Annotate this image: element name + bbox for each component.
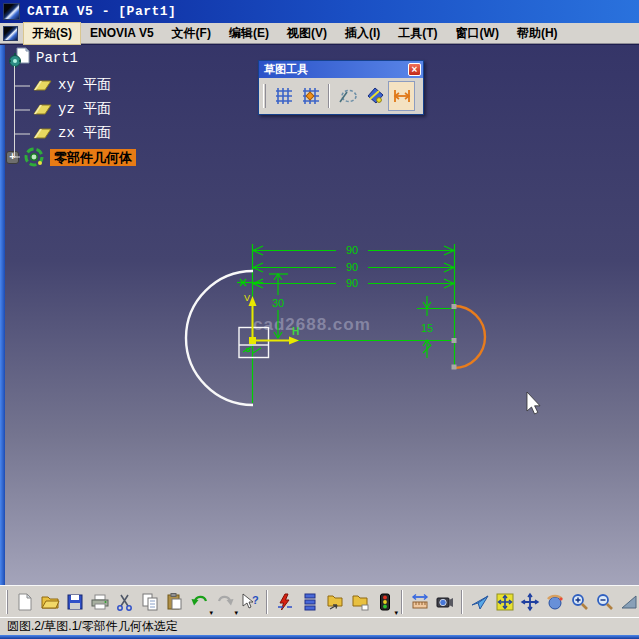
expand-plus-icon[interactable]: + — [6, 151, 19, 164]
tree-plane-label[interactable]: yz 平面 — [58, 100, 111, 118]
open-button[interactable] — [37, 588, 62, 615]
grid-button[interactable] — [270, 81, 297, 111]
dropdown-arrow-icon[interactable]: ▾ — [394, 609, 398, 617]
geometrical-constraints-button[interactable] — [361, 81, 388, 111]
fly-plane-icon — [470, 592, 490, 612]
knowledge-button[interactable]: ▾ — [372, 588, 397, 615]
normal-view-button-clipped[interactable] — [617, 588, 639, 615]
menu-window[interactable]: 窗口(W) — [447, 22, 508, 45]
menubar: 开始(S) ENOVIA V5 文件(F) 编辑(E) 视图(V) 插入(I) … — [0, 23, 639, 44]
menu-insert[interactable]: 插入(I) — [336, 22, 389, 45]
save-button[interactable] — [62, 588, 87, 615]
menu-tools[interactable]: 工具(T) — [389, 22, 446, 45]
copy-button[interactable] — [137, 588, 162, 615]
undo-button[interactable]: ▾ — [187, 588, 212, 615]
part-icon — [9, 47, 31, 68]
window-frame-left — [0, 45, 5, 586]
document-control-icon[interactable] — [3, 26, 18, 41]
redo-button[interactable]: ▾ — [212, 588, 237, 615]
open-catalog-alt-button[interactable] — [347, 588, 372, 615]
menu-view[interactable]: 视图(V) — [278, 22, 336, 45]
tree-body-label[interactable]: 零部件几何体 — [50, 149, 136, 166]
zoom-in-icon — [570, 592, 590, 612]
catalog-folder-icon — [350, 592, 370, 612]
cut-button[interactable] — [112, 588, 137, 615]
pan-arrows-icon — [520, 592, 540, 612]
tree-item-part-body[interactable]: + 零部件几何体 — [6, 146, 136, 168]
fit-all-icon — [495, 592, 515, 612]
undo-icon — [190, 592, 210, 612]
part-body-icon — [23, 146, 45, 168]
dimensional-constraints-button[interactable] — [388, 81, 415, 111]
pan-button[interactable] — [517, 588, 542, 615]
printer-icon — [90, 592, 110, 612]
standard-toolbar: ▾ ▾ ? — [0, 585, 639, 617]
statusbar: 圆图.2/草图.1/零部件几何体选定 — [0, 617, 639, 635]
viewport-canvas[interactable]: Part1 xy 平面 yz 平面 zx 平面 + — [0, 44, 639, 585]
clipboard-paste-icon — [165, 592, 185, 612]
tree-item-part-root[interactable]: Part1 — [9, 47, 78, 68]
zoom-out-icon — [595, 592, 615, 612]
help-cursor-icon: ? — [240, 592, 260, 612]
update-lightning-icon — [275, 592, 295, 612]
catia-app-icon[interactable] — [3, 3, 20, 20]
window-title: CATIA V5 - [Part1] — [27, 4, 176, 19]
new-document-icon — [15, 592, 35, 612]
specification-list-button[interactable] — [297, 588, 322, 615]
open-catalog-button[interactable] — [322, 588, 347, 615]
copy-icon — [140, 592, 160, 612]
whats-this-help-button[interactable]: ? — [237, 588, 262, 615]
open-folder-icon — [40, 592, 60, 612]
tree-item-xy-plane[interactable]: xy 平面 — [31, 76, 111, 94]
sketch-tools-titlebar[interactable]: 草图工具 × — [259, 61, 423, 78]
snap-to-point-icon — [301, 86, 321, 106]
titlebar[interactable]: CATIA V5 - [Part1] — [0, 0, 639, 23]
print-button[interactable] — [87, 588, 112, 615]
toolbar-grip[interactable] — [6, 590, 8, 614]
zoom-out-button[interactable] — [592, 588, 617, 615]
fit-all-in-button[interactable] — [492, 588, 517, 615]
tree-item-yz-plane[interactable]: yz 平面 — [31, 100, 111, 118]
help-question-glyph: ? — [252, 594, 259, 606]
menu-enovia[interactable]: ENOVIA V5 — [81, 23, 163, 43]
tree-plane-label[interactable]: zx 平面 — [58, 124, 111, 142]
sketch-tools-toolbar[interactable]: 草图工具 × — [258, 60, 424, 115]
plane-icon — [31, 102, 53, 116]
plane-icon — [31, 126, 53, 140]
rotate-button[interactable] — [542, 588, 567, 615]
measure-button[interactable] — [407, 588, 432, 615]
measure-ruler-icon — [410, 592, 430, 612]
toolbar-separator — [401, 590, 403, 614]
toolbar-grip[interactable] — [263, 84, 266, 108]
update-button[interactable] — [272, 588, 297, 615]
construction-element-button[interactable] — [334, 81, 361, 111]
toolbar-separator — [328, 84, 330, 108]
sketch-tools-title: 草图工具 — [264, 62, 308, 77]
fly-mode-button[interactable] — [467, 588, 492, 615]
scissors-icon — [115, 592, 135, 612]
menu-edit[interactable]: 编辑(E) — [220, 22, 278, 45]
status-text: 圆图.2/草图.1/零部件几何体选定 — [7, 618, 178, 635]
toolbar-separator — [461, 590, 463, 614]
clipped-triangle-icon — [620, 592, 639, 612]
geometrical-constraints-icon — [365, 86, 385, 106]
close-icon[interactable]: × — [408, 63, 421, 76]
redo-icon — [215, 592, 235, 612]
plane-icon — [31, 78, 53, 92]
rotate-sphere-icon — [545, 592, 565, 612]
paste-button[interactable] — [162, 588, 187, 615]
snap-to-point-button[interactable] — [297, 81, 324, 111]
window-frame-bottom — [0, 635, 639, 639]
catalog-folder-icon — [325, 592, 345, 612]
zoom-in-button[interactable] — [567, 588, 592, 615]
tree-plane-label[interactable]: xy 平面 — [58, 76, 111, 94]
tree-item-zx-plane[interactable]: zx 平面 — [31, 124, 111, 142]
list-icon — [300, 592, 320, 612]
catia-window: { "window": { "title": "CATIA V5 - [Part… — [0, 0, 639, 639]
menu-file[interactable]: 文件(F) — [163, 22, 220, 45]
render-camera-button[interactable] — [432, 588, 457, 615]
menu-help[interactable]: 帮助(H) — [508, 22, 567, 45]
tree-root-label[interactable]: Part1 — [36, 50, 78, 66]
menu-start[interactable]: 开始(S) — [23, 22, 81, 45]
new-button[interactable] — [12, 588, 37, 615]
